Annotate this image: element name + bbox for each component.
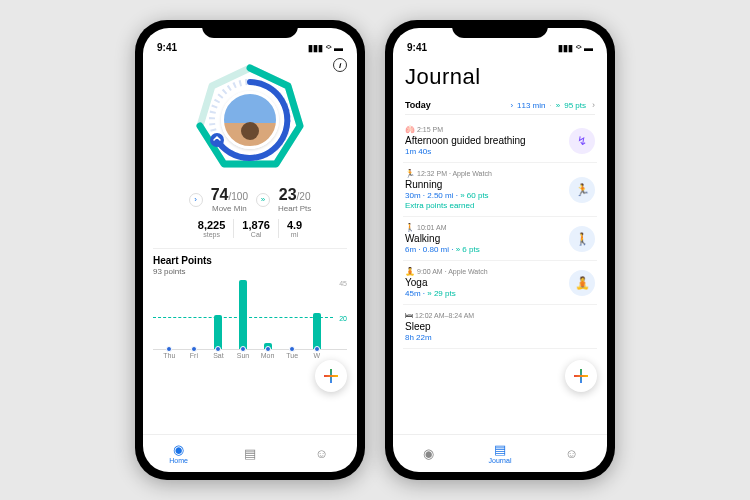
chevron-icon: › xyxy=(510,101,513,110)
entry-detail: 1m 40s xyxy=(405,147,563,156)
heart-pts-value: 23 xyxy=(279,186,297,203)
status-icons: ▮▮▮ ⌔ ▬ xyxy=(308,43,343,53)
today-summary[interactable]: Today › 113 min · » 95 pts › xyxy=(405,100,595,115)
chart-area: 45 20 xyxy=(153,280,347,350)
nav-journal[interactable]: ▤ xyxy=(214,447,285,460)
bar-Fri xyxy=(182,280,207,349)
add-fab[interactable] xyxy=(315,360,347,392)
plus-icon xyxy=(574,369,588,383)
nav-journal[interactable]: ▤ Journal xyxy=(464,443,535,464)
plus-icon xyxy=(324,369,338,383)
entry-time: 2:15 PM xyxy=(417,126,443,133)
journal-list: 🫁2:15 PMAfternoon guided breathing1m 40s… xyxy=(403,119,597,349)
entry-detail: 8h 22m xyxy=(405,333,595,342)
wifi-icon: ⌔ xyxy=(576,43,581,53)
activity-glyph-icon: 🏃 xyxy=(405,169,415,178)
entry-time: 10:01 AM xyxy=(417,224,447,231)
heart-pts-target: /20 xyxy=(297,191,311,202)
profile-icon: ☺ xyxy=(315,447,328,460)
activity-glyph-icon: 🫁 xyxy=(405,125,415,134)
page-title: Journal xyxy=(405,64,595,90)
move-min-target: /100 xyxy=(228,191,247,202)
journal-entry[interactable]: 🚶10:01 AMWalking6m · 0.80 mi · » 6 pts🚶 xyxy=(403,217,597,261)
chart-subtitle: 93 points xyxy=(153,267,347,276)
entry-extra: Extra points earned xyxy=(405,201,563,210)
info-button[interactable]: i xyxy=(333,58,347,72)
chart-goal-label: 20 xyxy=(339,315,347,322)
bar-W xyxy=(304,280,329,349)
cal-metric[interactable]: 1,876 Cal xyxy=(233,219,278,238)
battery-icon: ▬ xyxy=(334,43,343,53)
journal-icon: ▤ xyxy=(494,443,506,456)
profile-icon: ☺ xyxy=(565,447,578,460)
entry-title: Afternoon guided breathing xyxy=(405,135,563,146)
heart-pts-label: Heart Pts xyxy=(278,204,311,213)
bar-Tue xyxy=(280,280,305,349)
activity-ring[interactable] xyxy=(153,60,347,180)
steps-metric[interactable]: 8,225 steps xyxy=(190,219,234,238)
journal-entry[interactable]: 🏃12:32 PM · Apple WatchRunning30m · 2.50… xyxy=(403,163,597,217)
nav-home[interactable]: ◉ Home xyxy=(143,443,214,464)
status-time: 9:41 xyxy=(157,42,177,53)
entry-time: 9:00 AM · Apple Watch xyxy=(417,268,488,275)
entry-detail: 6m · 0.80 mi · » 6 pts xyxy=(405,245,563,254)
info-icon: i xyxy=(339,61,341,70)
journal-entry[interactable]: 🫁2:15 PMAfternoon guided breathing1m 40s… xyxy=(403,119,597,163)
notch xyxy=(452,20,548,38)
entry-title: Yoga xyxy=(405,277,563,288)
bar-Sun xyxy=(231,280,256,349)
screen-journal: 9:41 ▮▮▮ ⌔ ▬ Journal Today › 113 min · »… xyxy=(393,28,607,472)
today-label: Today xyxy=(405,100,431,110)
home-icon: ◉ xyxy=(173,443,184,456)
activity-glyph-icon: 🧘 xyxy=(405,267,415,276)
bar-Mon xyxy=(255,280,280,349)
entry-title: Walking xyxy=(405,233,563,244)
chart-ymax: 45 xyxy=(339,280,347,287)
today-move-min: 113 min xyxy=(517,101,545,110)
wifi-icon: ⌔ xyxy=(326,43,331,53)
signal-icon: ▮▮▮ xyxy=(558,43,573,53)
svg-point-2 xyxy=(210,133,224,147)
primary-metrics: › 74/100 Move Min » 23/20 Heart Pts xyxy=(153,186,347,213)
activity-badge-icon: 🧘 xyxy=(569,270,595,296)
activity-badge-icon: 🏃 xyxy=(569,177,595,203)
heart-points-chart[interactable]: Heart Points 93 points 45 20 ThuFriSatSu… xyxy=(153,248,347,359)
activity-badge-icon: ↯ xyxy=(569,128,595,154)
battery-icon: ▬ xyxy=(584,43,593,53)
entry-detail: 30m · 2.50 mi · » 60 pts xyxy=(405,191,563,200)
entry-title: Running xyxy=(405,179,563,190)
screen-home: 9:41 ▮▮▮ ⌔ ▬ i xyxy=(143,28,357,472)
status-time: 9:41 xyxy=(407,42,427,53)
nav-home[interactable]: ◉ xyxy=(393,447,464,460)
journal-entry[interactable]: 🛏12:02 AM–8:24 AMSleep8h 22m xyxy=(403,305,597,349)
move-min-label: Move Min xyxy=(211,204,248,213)
move-min-value: 74 xyxy=(211,186,229,203)
activity-glyph-icon: 🛏 xyxy=(405,311,413,320)
nav-profile[interactable]: ☺ xyxy=(536,447,607,460)
chevron-icon: » xyxy=(556,101,560,110)
move-min-metric[interactable]: 74/100 Move Min xyxy=(211,186,248,213)
move-min-icon: › xyxy=(189,193,203,207)
activity-badge-icon: 🚶 xyxy=(569,226,595,252)
journal-icon: ▤ xyxy=(244,447,256,460)
journal-entry[interactable]: 🧘9:00 AM · Apple WatchYoga45m · » 29 pts… xyxy=(403,261,597,305)
today-heart-pts: 95 pts xyxy=(564,101,586,110)
entry-title: Sleep xyxy=(405,321,595,332)
device-journal: 9:41 ▮▮▮ ⌔ ▬ Journal Today › 113 min · »… xyxy=(385,20,615,480)
entry-time: 12:32 PM · Apple Watch xyxy=(417,170,492,177)
nav-profile[interactable]: ☺ xyxy=(286,447,357,460)
heart-pts-icon: » xyxy=(256,193,270,207)
chart-title: Heart Points xyxy=(153,255,347,266)
bar-Sat xyxy=(206,280,231,349)
mi-metric[interactable]: 4.9 mi xyxy=(278,219,310,238)
entry-detail: 45m · » 29 pts xyxy=(405,289,563,298)
activity-glyph-icon: 🚶 xyxy=(405,223,415,232)
bar-Thu xyxy=(157,280,182,349)
status-icons: ▮▮▮ ⌔ ▬ xyxy=(558,43,593,53)
notch xyxy=(202,20,298,38)
secondary-metrics: 8,225 steps 1,876 Cal 4.9 mi xyxy=(153,219,347,238)
add-fab[interactable] xyxy=(565,360,597,392)
entry-time: 12:02 AM–8:24 AM xyxy=(415,312,474,319)
profile-avatar[interactable] xyxy=(221,91,279,149)
heart-pts-metric[interactable]: 23/20 Heart Pts xyxy=(278,186,311,213)
